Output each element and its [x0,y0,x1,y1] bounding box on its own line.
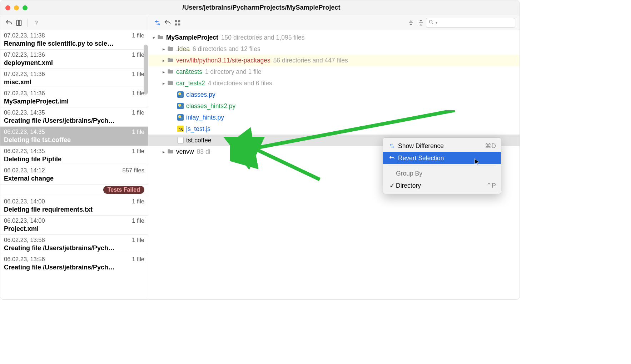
scrollbar-thumb[interactable] [144,45,148,95]
history-row[interactable]: 06.02.23, 14:351 file Creating file /Use… [0,107,148,126]
undo-icon[interactable] [4,18,14,28]
tree-file[interactable]: ▸ classes_hints2.py [148,100,520,112]
window-title: /Users/jetbrains/PycharmProjects/MySampl… [28,4,495,11]
folder-icon [157,34,164,41]
folder-icon [167,148,174,155]
window: /Users/jetbrains/PycharmProjects/MySampl… [0,0,520,300]
folder-icon [167,57,174,64]
tree-root[interactable]: ▾ MySampleProject 150 directories and 1,… [148,32,520,43]
search-field[interactable]: ▾ [426,18,515,28]
history-row-selected[interactable]: 06.02.23, 14:351 file Deleting file tst.… [0,126,148,146]
tree-node[interactable]: ▸ .idea 6 directories and 12 files [148,43,520,55]
minimize-window-button[interactable] [14,5,19,10]
chevron-right-icon[interactable]: ▸ [160,81,167,86]
svg-rect-5 [175,23,177,25]
close-window-button[interactable] [5,5,10,10]
sidebar-toolbar: ? [0,15,148,30]
file-icon [177,137,184,144]
history-sidebar: ? 07.02.23, 11:381 file Renaming file sc… [0,15,148,299]
history-row[interactable]: 06.02.23, 14:001 file Project.xml [0,215,148,234]
tree-node[interactable]: ▸ venv/lib/python3.11/site-packages 56 d… [148,55,520,66]
badge-row: Tests Failed [0,184,148,196]
folder-icon [167,45,174,52]
help-icon[interactable]: ? [31,18,41,28]
revert-icon[interactable] [163,18,173,28]
compare-arrows-icon [388,143,396,149]
chevron-right-icon[interactable]: ▸ [160,149,167,155]
history-row[interactable]: 06.02.23, 13:561 file Creating file /Use… [0,254,148,273]
svg-rect-1 [19,20,21,25]
compare-arrows-icon[interactable] [153,18,163,28]
svg-point-7 [429,20,432,23]
chevron-right-icon[interactable]: ▸ [160,46,167,52]
mouse-cursor-icon [473,158,481,166]
svg-rect-0 [17,20,19,25]
group-by-icon[interactable] [173,18,183,28]
content-panel: ▾ ▾ MySampleProject 150 directories and … [148,15,520,299]
history-row[interactable]: 07.02.23, 11:381 file Renaming file scie… [0,30,148,49]
zoom-window-button[interactable] [23,5,28,10]
diff-icon[interactable] [14,18,24,28]
tests-failed-badge: Tests Failed [103,186,144,194]
checkmark-icon: ✓ [388,182,396,189]
traffic-lights [5,5,28,10]
search-input[interactable] [438,19,513,26]
history-row[interactable]: 07.02.23, 11:361 file misc.xml [0,69,148,88]
context-menu: Show Difference ⌘D Revert Selection Grou… [383,137,501,194]
menu-revert-selection[interactable]: Revert Selection [383,152,501,164]
history-row[interactable]: 06.02.23, 13:581 file Creating file /Use… [0,234,148,254]
main: ? 07.02.23, 11:381 file Renaming file sc… [0,15,520,299]
collapse-all-icon[interactable] [416,18,426,28]
menu-group-by-header: Group By [383,167,501,180]
history-row[interactable]: 06.02.23, 14:001 file Deleting file requ… [0,196,148,215]
tree-file[interactable]: ▸ inlay_hints.py [148,112,520,123]
history-list[interactable]: 07.02.23, 11:381 file Renaming file scie… [0,30,148,273]
undo-icon [388,155,396,161]
search-icon [428,19,434,26]
svg-rect-3 [175,20,177,22]
history-row[interactable]: 06.02.23, 14:351 file Deleting file Pipf… [0,146,148,165]
menu-show-difference[interactable]: Show Difference ⌘D [383,140,501,152]
tree-node[interactable]: ▸ car&tests 1 directory and 1 file [148,66,520,77]
js-file-icon: JS [177,125,184,132]
svg-rect-4 [178,20,180,22]
tree-file[interactable]: ▸ classes.py [148,89,520,100]
python-file-icon [177,102,184,110]
svg-text:?: ? [35,19,38,26]
svg-rect-6 [178,23,180,25]
tree-file[interactable]: ▸ JS js_test.js [148,123,520,135]
chevron-down-icon[interactable]: ▾ [150,35,157,40]
titlebar: /Users/jetbrains/PycharmProjects/MySampl… [0,0,520,15]
folder-icon [167,68,174,75]
history-row[interactable]: 07.02.23, 11:361 file deployment.xml [0,49,148,69]
tree-node[interactable]: ▸ car_tests2 4 directories and 6 files [148,77,520,89]
python-file-icon [177,91,184,98]
chevron-right-icon[interactable]: ▸ [160,58,167,63]
history-row[interactable]: 07.02.23, 11:361 file MySampleProject.im… [0,88,148,107]
content-toolbar: ▾ [148,15,520,30]
menu-group-by-directory[interactable]: ✓ Directory ⌃P [383,180,501,192]
expand-all-icon[interactable] [406,18,416,28]
chevron-right-icon[interactable]: ▸ [160,69,167,75]
history-row[interactable]: 06.02.23, 14:12557 files External change [0,165,148,184]
folder-icon [167,80,174,87]
python-file-icon [177,114,184,121]
